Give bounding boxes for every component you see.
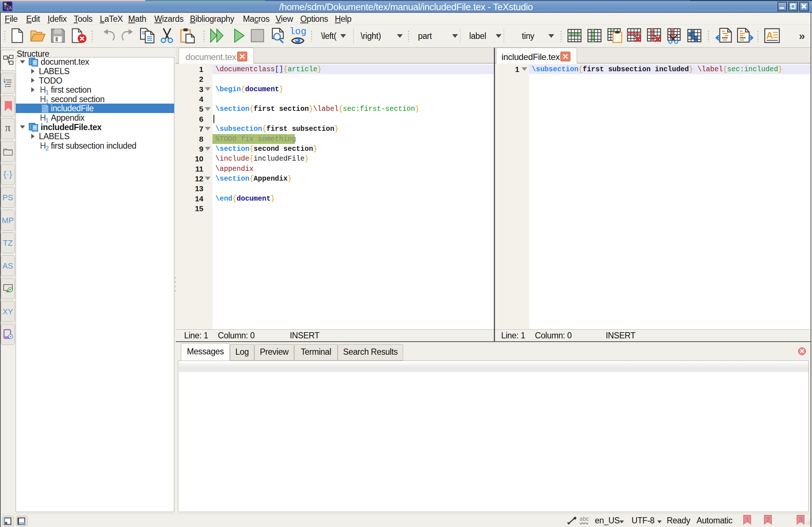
svg-text:abc: abc bbox=[580, 516, 589, 522]
svg-text:A: A bbox=[766, 30, 773, 41]
svg-text:log: log bbox=[289, 26, 306, 37]
